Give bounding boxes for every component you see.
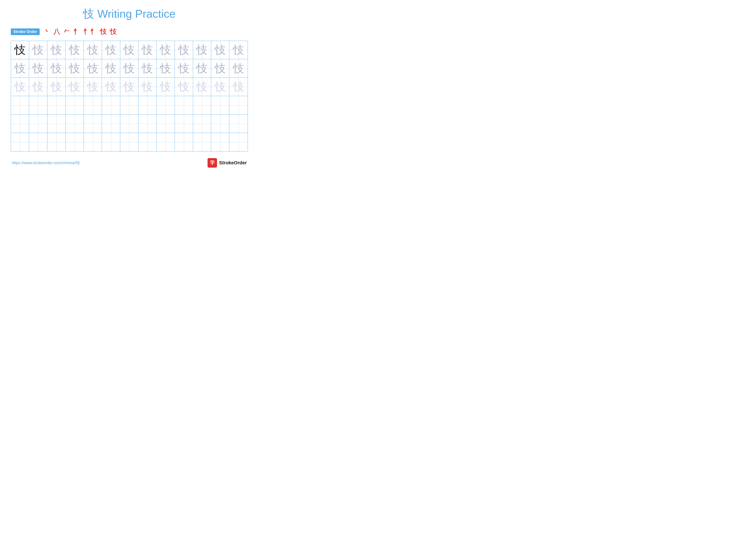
grid-cell-3-7[interactable] — [138, 96, 156, 114]
grid-cell-0-9[interactable]: 忮 — [175, 41, 193, 59]
grid-cell-3-9[interactable] — [175, 96, 193, 114]
practice-char: 忮 — [69, 42, 80, 58]
grid-cell-1-7[interactable]: 忮 — [138, 59, 156, 77]
practice-char: 忮 — [196, 79, 207, 94]
grid-cell-1-1[interactable]: 忮 — [29, 59, 47, 77]
grid-cell-2-6[interactable]: 忮 — [120, 78, 138, 96]
grid-cell-2-4[interactable]: 忮 — [84, 78, 102, 96]
grid-cell-3-6[interactable] — [120, 96, 138, 114]
grid-cell-1-0[interactable]: 忮 — [11, 59, 29, 77]
grid-cell-4-2[interactable] — [47, 114, 66, 133]
grid-cell-2-7[interactable]: 忮 — [138, 78, 156, 96]
stroke-step-6: 忮 — [110, 27, 117, 37]
grid-cell-0-10[interactable]: 忮 — [193, 41, 211, 59]
practice-char: 忮 — [233, 42, 244, 58]
grid-cell-3-1[interactable] — [29, 96, 47, 114]
grid-cell-4-1[interactable] — [29, 114, 47, 133]
grid-cell-0-1[interactable]: 忮 — [29, 41, 47, 59]
grid-cell-5-8[interactable] — [157, 133, 175, 151]
grid-cell-4-3[interactable] — [66, 114, 84, 133]
grid-cell-2-1[interactable]: 忮 — [29, 78, 47, 96]
grid-cell-2-0[interactable]: 忮 — [11, 78, 29, 96]
grid-cell-1-8[interactable]: 忮 — [157, 59, 175, 77]
grid-cell-2-5[interactable]: 忮 — [102, 78, 120, 96]
practice-char: 忮 — [33, 79, 44, 94]
practice-char: 忮 — [51, 61, 62, 76]
grid-cell-3-0[interactable] — [11, 96, 29, 114]
stroke-order-badge: Stroke Order — [11, 28, 40, 35]
grid-cell-0-5[interactable]: 忮 — [102, 41, 120, 59]
grid-cell-2-3[interactable]: 忮 — [66, 78, 84, 96]
grid-row-0: 忮忮忮忮忮忮忮忮忮忮忮忮忮 — [11, 41, 248, 59]
grid-cell-0-3[interactable]: 忮 — [66, 41, 84, 59]
stroke-step-2: 𠂉 — [63, 28, 70, 36]
practice-char: 忮 — [215, 79, 226, 94]
grid-cell-2-8[interactable]: 忮 — [157, 78, 175, 96]
grid-cell-5-0[interactable] — [11, 133, 29, 151]
grid-cell-5-6[interactable] — [120, 133, 138, 151]
grid-cell-3-12[interactable] — [229, 96, 247, 114]
grid-cell-3-11[interactable] — [211, 96, 229, 114]
practice-char: 忮 — [123, 79, 135, 94]
grid-cell-5-1[interactable] — [29, 133, 47, 151]
practice-grid: 忮忮忮忮忮忮忮忮忮忮忮忮忮忮忮忮忮忮忮忮忮忮忮忮忮忮忮忮忮忮忮忮忮忮忮忮忮忮忮 — [11, 41, 248, 151]
grid-cell-0-11[interactable]: 忮 — [211, 41, 229, 59]
grid-cell-1-4[interactable]: 忮 — [84, 59, 102, 77]
practice-char: 忮 — [178, 61, 189, 76]
grid-cell-1-10[interactable]: 忮 — [193, 59, 211, 77]
grid-cell-1-5[interactable]: 忮 — [102, 59, 120, 77]
grid-cell-1-9[interactable]: 忮 — [175, 59, 193, 77]
stroke-order-row: Stroke Order 丶八𠂉忄忄忄忮忮 — [11, 27, 248, 37]
grid-cell-4-9[interactable] — [175, 114, 193, 133]
grid-cell-4-0[interactable] — [11, 114, 29, 133]
grid-cell-3-5[interactable] — [102, 96, 120, 114]
grid-cell-0-0[interactable]: 忮 — [11, 41, 29, 59]
grid-cell-5-11[interactable] — [211, 133, 229, 151]
grid-cell-2-12[interactable]: 忮 — [229, 78, 247, 96]
grid-cell-5-10[interactable] — [193, 133, 211, 151]
grid-cell-4-6[interactable] — [120, 114, 138, 133]
grid-cell-3-4[interactable] — [84, 96, 102, 114]
grid-cell-2-9[interactable]: 忮 — [175, 78, 193, 96]
grid-cell-1-6[interactable]: 忮 — [120, 59, 138, 77]
stroke-step-0: 丶 — [43, 27, 50, 37]
grid-cell-4-4[interactable] — [84, 114, 102, 133]
grid-cell-3-10[interactable] — [193, 96, 211, 114]
grid-cell-5-3[interactable] — [66, 133, 84, 151]
grid-cell-5-5[interactable] — [102, 133, 120, 151]
grid-cell-3-8[interactable] — [157, 96, 175, 114]
grid-cell-0-8[interactable]: 忮 — [157, 41, 175, 59]
page-title: 忮 Writing Practice — [11, 7, 248, 21]
grid-cell-1-3[interactable]: 忮 — [66, 59, 84, 77]
grid-cell-5-2[interactable] — [47, 133, 66, 151]
grid-cell-4-8[interactable] — [157, 114, 175, 133]
practice-char: 忮 — [196, 42, 207, 58]
grid-cell-0-2[interactable]: 忮 — [47, 41, 66, 59]
grid-cell-0-7[interactable]: 忮 — [138, 41, 156, 59]
grid-cell-5-9[interactable] — [175, 133, 193, 151]
grid-cell-5-12[interactable] — [229, 133, 247, 151]
grid-cell-1-11[interactable]: 忮 — [211, 59, 229, 77]
grid-cell-5-7[interactable] — [138, 133, 156, 151]
grid-cell-3-2[interactable] — [47, 96, 66, 114]
grid-cell-4-10[interactable] — [193, 114, 211, 133]
practice-char: 忮 — [51, 42, 62, 58]
grid-cell-2-2[interactable]: 忮 — [47, 78, 66, 96]
grid-cell-4-12[interactable] — [229, 114, 247, 133]
grid-cell-4-5[interactable] — [102, 114, 120, 133]
footer: https://www.strokeorder.com/chinese/忮 字 … — [11, 158, 248, 167]
grid-cell-4-7[interactable] — [138, 114, 156, 133]
grid-cell-5-4[interactable] — [84, 133, 102, 151]
practice-char: 忮 — [87, 42, 98, 58]
grid-row-2: 忮忮忮忮忮忮忮忮忮忮忮忮忮 — [11, 78, 248, 96]
practice-char: 忮 — [14, 61, 26, 76]
grid-cell-0-4[interactable]: 忮 — [84, 41, 102, 59]
grid-cell-1-12[interactable]: 忮 — [229, 59, 247, 77]
grid-cell-4-11[interactable] — [211, 114, 229, 133]
grid-cell-0-12[interactable]: 忮 — [229, 41, 247, 59]
grid-cell-2-11[interactable]: 忮 — [211, 78, 229, 96]
grid-cell-0-6[interactable]: 忮 — [120, 41, 138, 59]
grid-cell-2-10[interactable]: 忮 — [193, 78, 211, 96]
grid-cell-1-2[interactable]: 忮 — [47, 59, 66, 77]
grid-cell-3-3[interactable] — [66, 96, 84, 114]
